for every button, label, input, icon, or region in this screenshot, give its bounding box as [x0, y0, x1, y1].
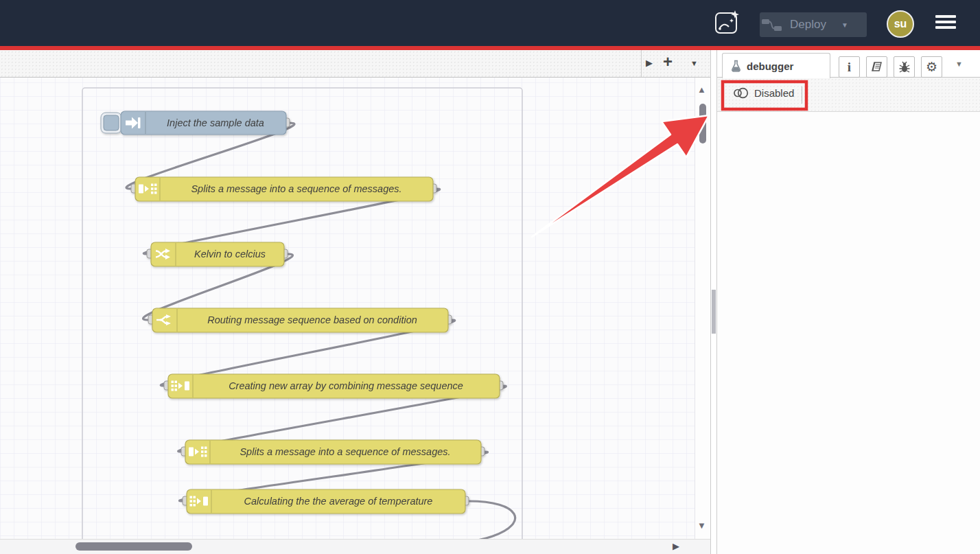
inject-button-inner[interactable]	[104, 115, 119, 130]
node-label: Splits a message into a sequence of mess…	[191, 183, 401, 194]
canvas-vertical-scrollbar[interactable]: ▲ ▼	[695, 78, 710, 539]
flow-list-chevron-icon[interactable]: ▼	[690, 59, 698, 67]
deploy-label: Deploy	[790, 18, 826, 32]
toggle-off-icon	[733, 87, 749, 99]
deploy-icon	[760, 16, 783, 33]
bug-icon	[898, 61, 911, 73]
node-label: Splits a message into a sequence of mess…	[240, 446, 450, 457]
workspace-tab-bar: ▶ + ▼	[0, 50, 710, 78]
tab-debugger[interactable]: debugger	[722, 53, 830, 78]
settings-button[interactable]: ⚙	[921, 56, 942, 78]
info-button[interactable]: i	[839, 56, 860, 78]
flow-node-split[interactable]: Splits a message into a sequence of mess…	[131, 177, 436, 201]
app-header: Deploy ▼ su	[0, 0, 980, 46]
node-label: Kelvin to celcius	[194, 249, 266, 259]
gear-icon: ⚙	[926, 60, 937, 73]
splitter-drag-handle[interactable]	[712, 290, 716, 334]
scroll-down-icon[interactable]: ▼	[697, 520, 706, 531]
sidebar-splitter[interactable]	[710, 50, 717, 554]
node-label: Creating new array by combining message …	[229, 380, 463, 391]
help-button[interactable]	[866, 56, 887, 78]
flow-node-change[interactable]: Kelvin to celcius	[147, 242, 288, 266]
flow-node-join[interactable]: Calculating the the average of temperatu…	[183, 489, 469, 513]
sidebar: debugger i ⚙ ▼	[717, 50, 980, 554]
horizontal-scroll-thumb[interactable]	[75, 542, 192, 551]
debug-disabled-toggle[interactable]: Disabled	[733, 87, 794, 99]
add-flow-button[interactable]: +	[663, 52, 673, 71]
tab-debugger-label: debugger	[747, 60, 793, 72]
flow-node-join[interactable]: Creating new array by combining message …	[164, 374, 503, 398]
book-icon	[870, 61, 883, 73]
info-icon: i	[848, 60, 851, 75]
ai-assistant-icon[interactable]	[714, 9, 741, 36]
toolbar-separator	[802, 86, 802, 104]
sidebar-menu-chevron-icon[interactable]: ▼	[955, 60, 963, 68]
user-avatar[interactable]: su	[887, 10, 914, 38]
scroll-right-icon[interactable]: ▶	[673, 541, 679, 551]
avatar-initials: su	[894, 18, 907, 30]
deploy-button[interactable]: Deploy ▼	[760, 12, 867, 37]
flow-node-inject[interactable]: Inject the sample data	[101, 111, 290, 135]
tab-bar-separator	[641, 50, 642, 77]
flow-node-switch[interactable]: Routing message sequence based on condit…	[148, 308, 452, 332]
node-label: Calculating the the average of temperatu…	[244, 496, 433, 507]
node-label: Inject the sample data	[167, 117, 264, 128]
flask-icon	[731, 60, 741, 72]
scroll-up-icon[interactable]: ▲	[697, 84, 706, 95]
disabled-label: Disabled	[754, 87, 794, 99]
debug-messages-button[interactable]	[894, 56, 915, 78]
debug-toolbar: Disabled	[717, 78, 980, 112]
scroll-tabs-right-icon[interactable]: ▶	[646, 58, 653, 68]
flow-node-split[interactable]: Splits a message into a sequence of mess…	[181, 440, 485, 464]
vertical-scroll-thumb[interactable]	[699, 104, 706, 143]
main-menu-icon[interactable]	[935, 15, 956, 32]
debug-panel-content	[717, 112, 980, 554]
canvas-horizontal-scrollbar[interactable]: ▶	[0, 539, 710, 554]
sidebar-tab-bar: debugger i ⚙ ▼	[717, 50, 980, 78]
flow-canvas[interactable]: Inject the sample data Splits a message …	[0, 78, 710, 539]
node-label: Routing message sequence based on condit…	[207, 314, 417, 325]
deploy-chevron-icon[interactable]: ▼	[841, 21, 848, 29]
